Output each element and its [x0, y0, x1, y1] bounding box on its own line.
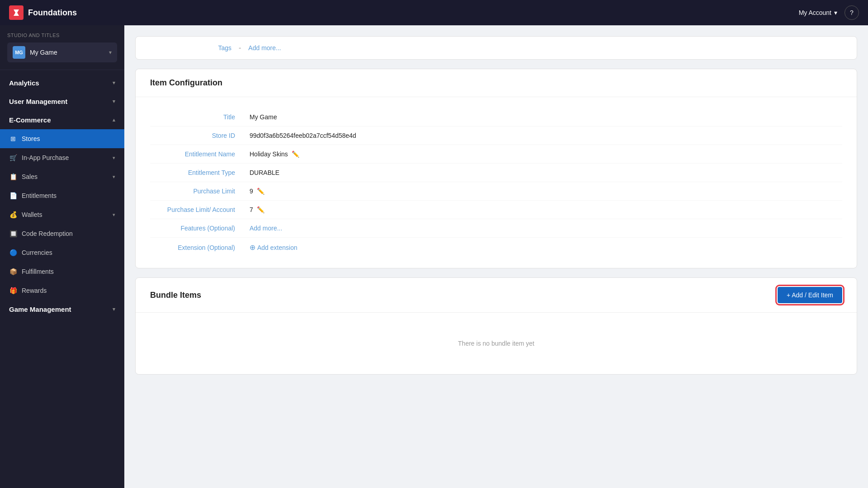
in-app-purchase-label: In-App Purchase: [22, 154, 69, 161]
sidebar-item-analytics[interactable]: Analytics ▾: [0, 74, 124, 92]
bundle-empty-message: There is no bundle item yet: [458, 340, 534, 347]
title-field-label: Title: [150, 113, 250, 121]
rewards-item-left: 🎁 Rewards: [9, 286, 47, 295]
extension-field-label: Extension (Optional): [150, 244, 250, 251]
features-add-more-button[interactable]: Add more...: [250, 225, 282, 232]
purchase-limit-edit-icon[interactable]: ✏️: [257, 188, 264, 195]
extension-field-value: ⊕ Add extension: [250, 243, 297, 252]
chevron-down-icon: ▾: [113, 212, 115, 218]
add-extension-button[interactable]: ⊕ Add extension: [250, 243, 297, 252]
config-body: Title My Game Store ID 99d0f3a6b5264feeb…: [136, 97, 857, 268]
item-configuration-title: Item Configuration: [136, 69, 857, 97]
wallets-item-left: 💰 Wallets: [9, 211, 42, 219]
sidebar-item-game-management[interactable]: Game Management ▾: [0, 300, 124, 319]
store-id-value: 99d0f3a6b5264feeb02a7ccf54d58e4d: [250, 132, 356, 139]
game-management-label: Game Management: [9, 305, 71, 313]
item-configuration-card: Item Configuration Title My Game Store I…: [135, 69, 857, 268]
entitlements-label: Entitlements: [22, 192, 57, 199]
entitlement-type-field-label: Entitlement Type: [150, 169, 250, 176]
purchase-limit-account-edit-icon[interactable]: ✏️: [257, 206, 264, 213]
code-redemption-icon: 🔲: [9, 230, 17, 238]
wallets-icon: 💰: [9, 211, 17, 219]
tags-add-more[interactable]: Add more...: [248, 44, 281, 52]
config-row-entitlement-name: Entitlement Name Holiday Skins ✏️: [150, 145, 842, 164]
stores-label: Stores: [22, 135, 40, 142]
help-icon: ?: [850, 9, 854, 16]
features-field-label: Features (Optional): [150, 225, 250, 232]
entitlement-type-value: DURABLE: [250, 169, 279, 176]
sidebar-item-stores[interactable]: ⊞ Stores: [0, 129, 124, 148]
sidebar-item-currencies[interactable]: 🔵 Currencies: [0, 243, 124, 262]
add-edit-item-button[interactable]: + Add / Edit Item: [778, 287, 842, 303]
header-right: My Account ▾ ?: [799, 5, 859, 20]
fulfillments-icon: 📦: [9, 267, 17, 276]
my-account-button[interactable]: My Account ▾: [799, 9, 837, 16]
config-row-features: Features (Optional) Add more...: [150, 219, 842, 238]
rewards-label: Rewards: [22, 287, 47, 294]
logo-icon: [9, 5, 24, 20]
analytics-label: Analytics: [9, 79, 39, 87]
chevron-down-icon: ▾: [109, 49, 112, 56]
config-row-title: Title My Game: [150, 108, 842, 127]
sidebar-item-code-redemption[interactable]: 🔲 Code Redemption: [0, 224, 124, 243]
studio-selector[interactable]: MG My Game ▾: [7, 42, 117, 62]
code-redemption-label: Code Redemption: [22, 230, 73, 237]
chevron-down-icon: ▾: [113, 306, 115, 312]
sidebar-item-wallets[interactable]: 💰 Wallets ▾: [0, 205, 124, 224]
currencies-item-left: 🔵 Currencies: [9, 249, 52, 257]
add-extension-label: Add extension: [257, 244, 297, 251]
sidebar-item-user-management[interactable]: User Management ▾: [0, 92, 124, 111]
config-row-store-id: Store ID 99d0f3a6b5264feeb02a7ccf54d58e4…: [150, 127, 842, 145]
add-edit-item-label: + Add / Edit Item: [787, 291, 833, 299]
entitlements-icon: 📄: [9, 192, 17, 200]
top-header: Foundations My Account ▾ ?: [0, 0, 868, 25]
config-row-entitlement-type: Entitlement Type DURABLE: [150, 164, 842, 182]
logo-area: Foundations: [9, 5, 77, 20]
purchase-limit-field-value: 9 ✏️: [250, 188, 264, 195]
bundle-items-empty: There is no bundle item yet: [136, 313, 857, 374]
entitlement-name-value: Holiday Skins: [250, 150, 288, 158]
entitlement-name-field-label: Entitlement Name: [150, 150, 250, 158]
store-id-field-value: 99d0f3a6b5264feeb02a7ccf54d58e4d: [250, 132, 356, 139]
purchase-limit-account-value: 7: [250, 206, 253, 213]
config-row-extension: Extension (Optional) ⊕ Add extension: [150, 238, 842, 257]
purchase-limit-value: 9: [250, 188, 253, 195]
tags-label: Tags: [150, 44, 231, 52]
currencies-icon: 🔵: [9, 249, 17, 257]
bundle-items-header: Bundle Items + Add / Edit Item: [136, 278, 857, 313]
main-content: Tags - Add more... Item Configuration Ti…: [124, 25, 868, 488]
sidebar-item-in-app-purchase[interactable]: 🛒 In-App Purchase ▾: [0, 148, 124, 167]
config-row-purchase-limit: Purchase Limit 9 ✏️: [150, 182, 842, 201]
sales-label: Sales: [22, 173, 38, 180]
purchase-limit-field-label: Purchase Limit: [150, 188, 250, 195]
sidebar-item-e-commerce[interactable]: E-Commerce ▴: [0, 111, 124, 129]
tags-card: Tags - Add more...: [135, 36, 857, 60]
store-id-field-label: Store ID: [150, 132, 250, 139]
chevron-down-icon: ▾: [113, 174, 115, 180]
fulfillments-label: Fulfillments: [22, 268, 54, 275]
chevron-up-icon: ▴: [113, 117, 115, 123]
sidebar-item-sales[interactable]: 📋 Sales ▾: [0, 167, 124, 186]
tags-row: Tags - Add more...: [136, 37, 857, 59]
purchase-limit-account-field-value: 7 ✏️: [250, 206, 264, 213]
user-management-label: User Management: [9, 98, 67, 105]
entitlement-name-field-value: Holiday Skins ✏️: [250, 150, 299, 158]
plus-circle-icon: ⊕: [250, 243, 255, 252]
sidebar-item-entitlements[interactable]: 📄 Entitlements: [0, 186, 124, 205]
wallets-label: Wallets: [22, 211, 42, 218]
studio-label: STUDIO AND TITLES: [7, 33, 117, 38]
tags-dash: -: [239, 44, 241, 52]
app-body: STUDIO AND TITLES MG My Game ▾ Analytics…: [0, 25, 868, 488]
help-button[interactable]: ?: [844, 5, 859, 20]
stores-item-left: ⊞ Stores: [9, 135, 40, 143]
sidebar-item-rewards[interactable]: 🎁 Rewards: [0, 281, 124, 300]
sidebar-item-fulfillments[interactable]: 📦 Fulfillments: [0, 262, 124, 281]
studio-section: STUDIO AND TITLES MG My Game ▾: [0, 25, 124, 70]
my-account-label: My Account: [799, 9, 831, 16]
e-commerce-label: E-Commerce: [9, 116, 51, 124]
entitlement-name-edit-icon[interactable]: ✏️: [292, 150, 299, 158]
studio-name: My Game: [30, 49, 104, 56]
bundle-items-card: Bundle Items + Add / Edit Item There is …: [135, 277, 857, 375]
chevron-down-icon: ▾: [834, 9, 837, 16]
nav-section: Analytics ▾ User Management ▾ E-Commerce…: [0, 70, 124, 322]
